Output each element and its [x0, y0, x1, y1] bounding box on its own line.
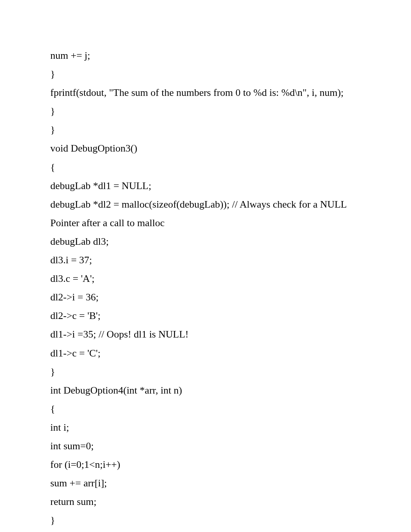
code-line: dl2->i = 36; — [50, 292, 99, 303]
code-line: dl3.i = 37; — [50, 254, 92, 266]
code-line: debugLab dl3; — [50, 236, 109, 247]
code-line: dl2->c = 'B'; — [50, 310, 101, 321]
code-line: fprintf(stdout, "The sum of the numbers … — [50, 87, 344, 98]
code-line: int DebugOption4(int *arr, int n) — [50, 385, 182, 396]
code-line: debugLab *dl1 = NULL; — [50, 180, 151, 191]
code-line: debugLab *dl2 = malloc(sizeof(debugLab))… — [50, 199, 349, 228]
code-line: } — [50, 366, 55, 377]
code-line: { — [50, 403, 55, 414]
code-line: dl3.c = 'A'; — [50, 273, 94, 284]
code-line: int sum=0; — [50, 440, 94, 452]
code-line: } — [50, 106, 55, 117]
code-line: for (i=0;1<n;i++) — [50, 459, 120, 470]
code-line: sum += arr[i]; — [50, 477, 107, 489]
code-line: num += j; — [50, 50, 90, 61]
code-line: return sum; — [50, 496, 96, 507]
code-line: int i; — [50, 422, 69, 433]
code-line: dl1->c = 'C'; — [50, 348, 101, 359]
code-line: void DebugOption3() — [50, 143, 137, 154]
code-line: { — [50, 162, 55, 173]
code-line: } — [50, 68, 55, 80]
document-page: num += j; } fprintf(stdout, "The sum of … — [0, 0, 411, 532]
code-line: } — [50, 124, 55, 135]
code-line: } — [50, 515, 55, 526]
code-line: dl1->i =35; // Oops! dl1 is NULL! — [50, 329, 188, 340]
